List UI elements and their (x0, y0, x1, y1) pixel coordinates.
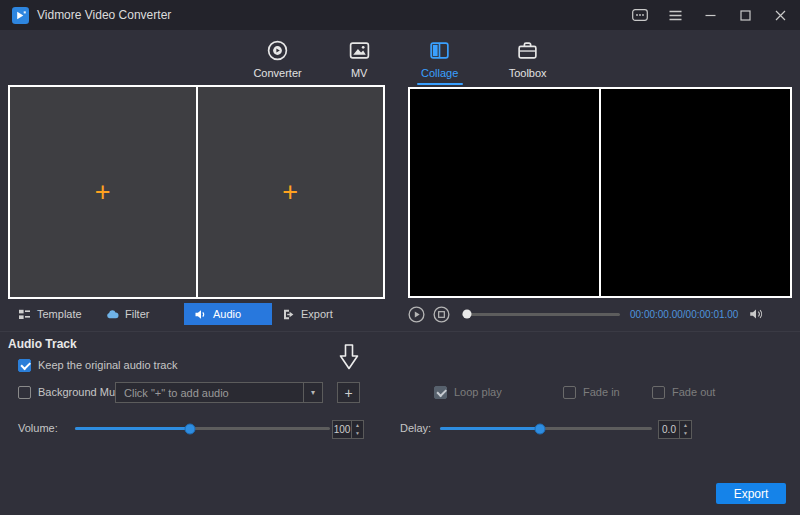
collage-cell-2[interactable]: + (198, 87, 384, 297)
toolbox-icon (516, 39, 539, 62)
seek-slider[interactable] (462, 313, 620, 316)
checkbox-unchecked-icon[interactable] (18, 386, 31, 399)
plus-icon: + (344, 385, 352, 401)
collage-editor: + + (8, 85, 385, 299)
delay-value[interactable]: 0.0 (659, 421, 679, 438)
collage-cell-1[interactable]: + (10, 87, 196, 297)
background-music-placeholder: Click "+" to add audio (116, 387, 303, 399)
tab-converter[interactable]: Converter (253, 30, 301, 85)
loop-play-checkbox[interactable]: Loop play (434, 385, 502, 399)
subtab-template-label: Template (37, 308, 82, 320)
app-logo-icon (12, 7, 29, 24)
volume-slider[interactable] (75, 427, 330, 430)
volume-slider-thumb[interactable] (184, 423, 195, 434)
app-title: Vidmore Video Converter (37, 8, 171, 22)
preview-player (408, 87, 792, 298)
volume-input[interactable]: 100 ▲ ▼ (332, 420, 364, 439)
preview-cell-1 (410, 89, 599, 296)
subtab-filter-label: Filter (125, 308, 149, 320)
subtab-filter[interactable]: Filter (96, 303, 184, 325)
delay-slider-fill (440, 427, 540, 430)
checkbox-unchecked-icon[interactable] (563, 386, 576, 399)
tab-mv[interactable]: MV (348, 30, 371, 85)
tab-toolbox[interactable]: Toolbox (509, 30, 547, 85)
play-button[interactable] (408, 306, 425, 323)
subtab-export-label: Export (301, 308, 333, 320)
delay-label: Delay: (400, 422, 431, 434)
add-video-icon[interactable]: + (282, 179, 298, 206)
spin-down-icon[interactable]: ▼ (352, 430, 363, 439)
active-tab-underline (417, 83, 463, 85)
fade-out-checkbox[interactable]: Fade out (652, 385, 715, 399)
stop-button[interactable] (433, 306, 450, 323)
main-nav: Converter MV Collage T (0, 30, 800, 85)
volume-value[interactable]: 100 (333, 421, 351, 438)
collage-subtabs: Template Filter Audio Export (8, 303, 360, 325)
tab-collage-label: Collage (421, 67, 458, 79)
pointer-arrow-icon (339, 344, 359, 370)
tab-collage[interactable]: Collage (417, 30, 463, 85)
volume-slider-fill (75, 427, 190, 430)
export-button[interactable]: Export (716, 483, 786, 504)
playback-time: 00:00:00.00/00:00:01.00 (630, 309, 738, 320)
tab-toolbox-label: Toolbox (509, 67, 547, 79)
fade-in-label: Fade in (583, 386, 620, 399)
fade-in-checkbox[interactable]: Fade in (563, 385, 620, 399)
titlebar: Vidmore Video Converter (0, 0, 800, 30)
seek-thumb[interactable] (462, 310, 471, 319)
keep-original-audio-label: Keep the original audio track (38, 359, 177, 372)
collage-icon (428, 39, 451, 62)
subtab-template[interactable]: Template (8, 303, 96, 325)
delay-slider[interactable] (440, 427, 652, 430)
preview-cell-2 (601, 89, 790, 296)
converter-icon (266, 39, 289, 62)
export-icon (282, 308, 295, 321)
window-controls (632, 7, 788, 23)
subtab-audio[interactable]: Audio (184, 303, 272, 325)
app-window: Vidmore Video Converter (0, 0, 800, 515)
section-divider (0, 331, 800, 332)
maximize-icon[interactable] (737, 7, 753, 23)
add-audio-button[interactable]: + (337, 382, 360, 403)
delay-slider-thumb[interactable] (534, 423, 545, 434)
spin-up-icon[interactable]: ▲ (680, 421, 691, 430)
background-music-select[interactable]: Click "+" to add audio ▾ (115, 382, 323, 403)
checkbox-checked-icon[interactable] (18, 359, 31, 372)
checkbox-checked-disabled-icon[interactable] (434, 386, 447, 399)
template-icon (18, 308, 31, 321)
subtab-audio-label: Audio (213, 308, 241, 320)
audio-icon (194, 308, 207, 321)
loop-play-label: Loop play (454, 386, 502, 399)
checkbox-unchecked-icon[interactable] (652, 386, 665, 399)
background-music-checkbox[interactable]: Background Music (18, 385, 129, 399)
menu-icon[interactable] (667, 7, 683, 23)
minimize-icon[interactable] (702, 7, 718, 23)
delay-spinner: ▲ ▼ (679, 421, 691, 438)
audio-track-title: Audio Track (8, 337, 77, 351)
keep-original-audio-checkbox[interactable]: Keep the original audio track (18, 358, 177, 372)
volume-spinner: ▲ ▼ (351, 421, 363, 438)
delay-input[interactable]: 0.0 ▲ ▼ (658, 420, 692, 439)
fade-out-label: Fade out (672, 386, 715, 399)
player-controls: 00:00:00.00/00:00:01.00 (408, 303, 792, 325)
subtab-export[interactable]: Export (272, 303, 360, 325)
spin-up-icon[interactable]: ▲ (352, 421, 363, 430)
feedback-icon[interactable] (632, 7, 648, 23)
filter-icon (106, 308, 119, 321)
mv-icon (348, 39, 371, 62)
speaker-icon[interactable] (748, 306, 764, 322)
spin-down-icon[interactable]: ▼ (680, 430, 691, 439)
close-icon[interactable] (772, 7, 788, 23)
tab-converter-label: Converter (253, 67, 301, 79)
tab-mv-label: MV (351, 67, 368, 79)
volume-label: Volume: (18, 422, 58, 434)
dropdown-caret-icon[interactable]: ▾ (303, 383, 322, 402)
add-video-icon[interactable]: + (95, 179, 111, 206)
